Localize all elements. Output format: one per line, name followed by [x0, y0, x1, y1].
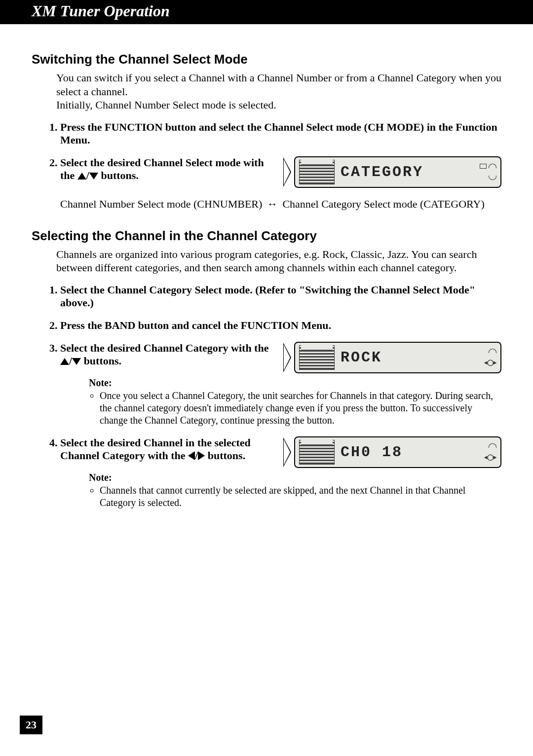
down-triangle-icon	[89, 173, 98, 180]
chapter-header: XM Tuner Operation	[0, 0, 533, 24]
section2-intro: Channels are organized into various prog…	[56, 248, 501, 275]
lcd-spectrum-icon	[299, 160, 335, 184]
lcd-spectrum-icon	[299, 345, 335, 370]
mode-toggle-line: Channel Number Select mode (CHNUMBER) ↔ …	[60, 198, 501, 211]
down-triangle-icon	[72, 358, 81, 365]
page-number: 23	[20, 716, 42, 734]
left-triangle-icon	[188, 451, 195, 460]
pointer-icon	[283, 437, 291, 467]
section2-steps: Select the Channel Category Select mode.…	[46, 284, 501, 509]
lcd-text: CATEGORY	[341, 164, 467, 180]
note2-item: Channels that cannot currently be select…	[100, 484, 501, 509]
section2-step3: Select the desired Channel Category with…	[60, 342, 501, 427]
section1-step2: Select the desired Channel Select mode w…	[60, 156, 501, 188]
section1-step1: Press the FUNCTION button and select the…	[60, 121, 501, 146]
pointer-icon	[283, 343, 291, 372]
double-arrow-icon: ↔	[265, 198, 280, 211]
note1-item: Once you select a Channel Category, the …	[100, 390, 501, 427]
section1-steps: Press the FUNCTION button and select the…	[46, 121, 501, 188]
section-heading-switch-mode: Switching the Channel Select Mode	[32, 52, 501, 67]
section2-step2: Press the BAND button and cancel the FUN…	[60, 319, 501, 332]
lcd-display-ch018: CH0 18 ◂◯▸	[283, 436, 501, 468]
section1-intro: You can switch if you select a Channel w…	[56, 71, 501, 112]
lcd-display-category: CATEGORY	[283, 156, 501, 188]
section2-step1: Select the Channel Category Select mode.…	[60, 284, 501, 309]
lcd-spectrum-icon	[299, 440, 335, 465]
up-triangle-icon	[60, 358, 69, 365]
pointer-icon	[283, 157, 291, 187]
section-heading-select-channel: Selecting the Channel in the Channel Cat…	[32, 228, 501, 244]
section2-step4: Select the desired Channel in the select…	[60, 436, 501, 509]
up-triangle-icon	[77, 173, 86, 180]
right-triangle-icon	[198, 451, 205, 460]
page-content: Switching the Channel Select Mode You ca…	[0, 24, 533, 539]
lcd-display-rock: ROCK ◂◯▸	[283, 342, 501, 373]
chapter-title: XM Tuner Operation	[32, 2, 170, 20]
note-block-1: Note: Once you select a Channel Category…	[89, 377, 501, 427]
lcd-text: CH0 18	[341, 444, 467, 461]
lcd-text: ROCK	[341, 349, 467, 366]
note-block-2: Note: Channels that cannot currently be …	[89, 472, 501, 509]
